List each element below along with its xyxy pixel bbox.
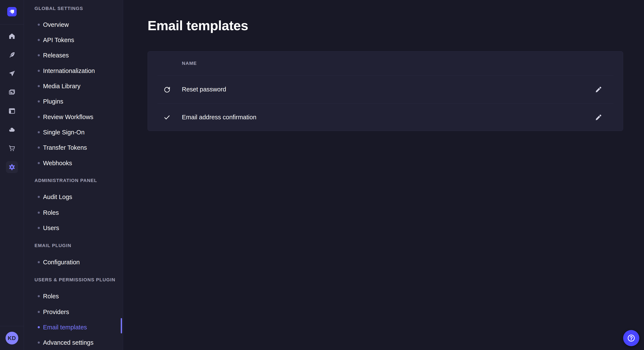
- rail-footer: KD: [0, 326, 24, 350]
- column-header-name: NAME: [182, 61, 197, 66]
- help-button[interactable]: [623, 330, 639, 346]
- sidebar-item-configuration[interactable]: Configuration: [24, 255, 123, 270]
- rail-icon-list: [6, 30, 18, 173]
- bullet-icon: [38, 196, 40, 198]
- sidebar-item-releases[interactable]: Releases: [24, 48, 123, 63]
- section-header-users-permissions-plugin: USERS & PERMISSIONS PLUGIN: [34, 276, 116, 284]
- sidebar-item-webhooks[interactable]: Webhooks: [24, 156, 123, 171]
- media-library-button[interactable]: [6, 86, 18, 98]
- section-header-administration-panel: ADMINISTRATION PANEL: [34, 176, 97, 185]
- edit-reset-password-button[interactable]: [592, 84, 604, 95]
- bullet-icon: [38, 311, 40, 313]
- logo-area: [0, 0, 24, 24]
- main-content: Email templates NAME Reset password: [123, 0, 644, 350]
- bullet-icon: [38, 295, 40, 297]
- subnav-scrollbar-thumb[interactable]: [121, 318, 122, 334]
- cloud-icon: [8, 126, 16, 133]
- sidebar-item-users[interactable]: Users: [24, 220, 123, 236]
- deploy-button[interactable]: [6, 124, 18, 136]
- table-row-email-confirmation[interactable]: Email address confirmation: [148, 104, 623, 131]
- bullet-icon: [38, 227, 40, 229]
- bullet-icon: [38, 70, 40, 72]
- sidebar-item-advanced-settings[interactable]: Advanced settings: [24, 335, 123, 350]
- cart-icon: [8, 145, 16, 152]
- bullet-icon: [38, 162, 40, 164]
- edit-email-confirmation-button[interactable]: [592, 111, 604, 123]
- check-icon: [161, 111, 173, 123]
- strapi-logo-icon: [7, 7, 16, 16]
- template-name: Email address confirmation: [182, 114, 256, 121]
- sidebar-item-up-roles[interactable]: Roles: [24, 289, 123, 304]
- bullet-icon: [38, 131, 40, 133]
- template-name: Reset password: [182, 86, 226, 93]
- releases-button[interactable]: [6, 68, 18, 80]
- pencil-icon: [595, 86, 602, 93]
- paper-plane-icon: [8, 70, 16, 77]
- email-templates-table: NAME Reset password: [148, 51, 623, 131]
- refresh-icon: [161, 84, 173, 95]
- table-row-reset-password[interactable]: Reset password: [148, 76, 623, 103]
- sidebar-item-overview[interactable]: Overview: [24, 17, 123, 32]
- sidebar-item-admin-roles[interactable]: Roles: [24, 205, 123, 220]
- bullet-icon: [38, 212, 40, 214]
- sidebar-item-review-workflows[interactable]: Review Workflows: [24, 109, 123, 125]
- sidebar-item-internationalization[interactable]: Internationalization: [24, 63, 123, 78]
- sidebar-item-audit-logs[interactable]: Audit Logs: [24, 189, 123, 204]
- bullet-icon: [38, 342, 40, 344]
- question-mark-icon: [627, 334, 636, 343]
- main-nav-rail: KD: [0, 0, 24, 350]
- purchases-button[interactable]: [6, 143, 18, 154]
- bullet-icon: [38, 24, 40, 26]
- pencil-icon: [595, 114, 602, 121]
- sidebar-item-single-sign-on[interactable]: Single Sign-On: [24, 125, 123, 140]
- user-avatar[interactable]: KD: [6, 332, 18, 345]
- gear-icon: [8, 164, 16, 171]
- feather-icon: [8, 51, 16, 58]
- bullet-icon: [38, 39, 40, 41]
- content-builder-button[interactable]: [6, 49, 18, 61]
- bullet-icon: [38, 261, 40, 263]
- section-header-global-settings: GLOBAL SETTINGS: [34, 4, 83, 13]
- bullet-icon: [38, 100, 40, 103]
- sidebar-item-api-tokens[interactable]: API Tokens: [24, 32, 123, 48]
- sidebar-item-providers[interactable]: Providers: [24, 304, 123, 320]
- layout-icon: [8, 107, 16, 115]
- sidebar-item-media-library[interactable]: Media Library: [24, 78, 123, 94]
- section-header-email-plugin: EMAIL PLUGIN: [34, 241, 71, 250]
- bullet-icon: [38, 85, 40, 87]
- bullet-icon: [38, 54, 40, 56]
- sidebar-item-email-templates[interactable]: Email templates: [24, 320, 123, 335]
- media-library-icon: [8, 89, 16, 96]
- bullet-icon: [38, 326, 40, 328]
- bullet-icon: [38, 116, 40, 118]
- sidebar-item-transfer-tokens[interactable]: Transfer Tokens: [24, 140, 123, 155]
- sidebar-item-plugins[interactable]: Plugins: [24, 94, 123, 109]
- marketplace-button[interactable]: [6, 105, 18, 117]
- bullet-icon: [38, 147, 40, 149]
- app-root: KD GLOBAL SETTINGS Overview API Tokens R…: [0, 0, 644, 350]
- settings-button[interactable]: [6, 161, 18, 173]
- home-button[interactable]: [6, 30, 18, 42]
- strapi-logo[interactable]: [7, 7, 16, 16]
- settings-subnav: GLOBAL SETTINGS Overview API Tokens Rele…: [24, 0, 123, 350]
- home-icon: [8, 32, 16, 40]
- page-title: Email templates: [148, 18, 623, 34]
- table-header-row: NAME: [148, 51, 623, 75]
